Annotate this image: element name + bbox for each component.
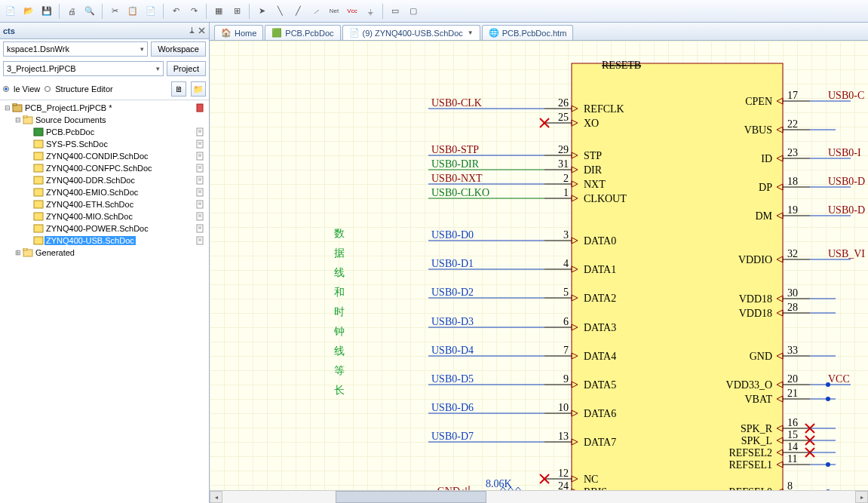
svg-text:13: 13	[558, 431, 569, 442]
document-tab[interactable]: 📄(9) ZYNQ400-USB.SchDoc▼	[342, 25, 480, 40]
radio-file-view-label: le View	[14, 84, 40, 94]
tree-node-label: PCB_Project1.PrjPCB *	[23, 103, 114, 112]
svg-text:USB0-D0: USB0-D0	[431, 229, 474, 241]
toolbar-btn[interactable]: ╲	[272, 4, 287, 19]
svg-text:USB0-CLKO: USB0-CLKO	[431, 187, 489, 198]
toolbar-btn[interactable]: 📋	[125, 4, 140, 19]
tab-label: Home	[235, 29, 256, 38]
toolbar-btn[interactable]: ➤	[254, 4, 269, 19]
tree-twisty[interactable]: ⊟	[3, 104, 11, 112]
toolbar-btn[interactable]: ▭	[388, 4, 403, 19]
svg-text:DATA4: DATA4	[584, 351, 616, 362]
close-icon[interactable]	[198, 26, 206, 35]
svg-text:DATA0: DATA0	[584, 235, 616, 247]
toolbar-btn[interactable]: Net	[327, 4, 342, 19]
svg-text:DP: DP	[759, 182, 772, 193]
home-icon: 🏠	[221, 28, 232, 38]
svg-text:VDD18: VDD18	[739, 308, 772, 319]
toolbar-btn[interactable]: 📄	[143, 4, 158, 19]
radio-file-view[interactable]	[3, 86, 9, 92]
sch-icon	[32, 211, 44, 222]
svg-text:23: 23	[787, 147, 798, 158]
fold-icon	[22, 247, 34, 258]
toolbar-btn[interactable]: 💾	[39, 4, 54, 19]
proj-icon	[11, 103, 23, 113]
tree-node[interactable]: ZYNQ400-MIO.SchDoc	[0, 210, 209, 222]
sch-icon	[32, 163, 44, 173]
tree-node[interactable]: SYS-PS.SchDoc	[0, 138, 209, 150]
svg-text:33: 33	[787, 345, 798, 356]
document-tabbar: 🏠Home🟩PCB.PcbDoc📄(9) ZYNQ400-USB.SchDoc▼…	[210, 23, 868, 41]
toolbar-btn[interactable]: ↶	[168, 4, 183, 19]
toolbar-btn[interactable]: 📂	[21, 4, 36, 19]
project-button[interactable]: Project	[167, 61, 206, 76]
tree-twisty[interactable]: ⊟	[14, 116, 22, 124]
panel-icon[interactable]: 📁	[191, 81, 206, 97]
svg-text:7: 7	[563, 345, 569, 356]
doc-status-icon	[195, 127, 204, 136]
toolbar-btn[interactable]: ▢	[406, 4, 421, 19]
toolbar-btn[interactable]: 🔍	[82, 4, 97, 19]
radio-structure-editor[interactable]	[44, 86, 51, 92]
toolbar-btn[interactable]: ⊞	[229, 4, 244, 19]
toolbar-btn[interactable]: ▦	[211, 4, 226, 19]
toolbar-btn[interactable]: 📄	[3, 4, 18, 19]
svg-text:和: 和	[334, 287, 345, 298]
sch-icon	[32, 139, 44, 149]
pin-icon[interactable]	[188, 26, 196, 35]
tree-node[interactable]: ZYNQ400-EMIO.SchDoc	[0, 186, 209, 198]
tree-node[interactable]: ZYNQ400-DDR.SchDoc	[0, 174, 209, 186]
toolbar-btn[interactable]: ╱	[290, 4, 305, 19]
toolbar-btn[interactable]: ↷	[186, 4, 201, 19]
svg-text:11: 11	[787, 453, 797, 465]
main-toolbar: 📄 📂 💾 🖨 🔍 ✂ 📋 📄 ↶ ↷ ▦ ⊞ ➤ ╲ ╱ ⟋ Net Vcc …	[0, 0, 868, 23]
svg-text:USB0-D5: USB0-D5	[431, 373, 474, 385]
svg-text:等: 等	[334, 365, 345, 376]
svg-text:20: 20	[787, 373, 798, 385]
sch-icon	[32, 199, 44, 210]
svg-text:NXT: NXT	[584, 179, 606, 190]
panel-icon[interactable]: 🗎	[171, 81, 186, 97]
svg-text:5: 5	[563, 287, 569, 298]
tree-node[interactable]: ⊟Source Documents	[0, 114, 209, 126]
workspace-button[interactable]: Workspace	[151, 41, 206, 57]
toolbar-btn[interactable]: 🖨	[64, 4, 79, 19]
tree-node-label: ZYNQ400-ETH.SchDoc	[44, 200, 135, 209]
svg-text:USB0-D7: USB0-D7	[431, 431, 474, 442]
svg-text:USB0-D1: USB0-D1	[431, 258, 474, 269]
project-select[interactable]: 3_Project1.PrjPCB	[3, 61, 164, 76]
svg-text:USB0-NXT: USB0-NXT	[431, 173, 483, 184]
toolbar-btn[interactable]: ✂	[107, 4, 122, 19]
toolbar-btn[interactable]: Vcc	[345, 4, 360, 19]
schematic-canvas[interactable]: RESETBUSB332026REFCLK25XO29STP31DIR2NXT1…	[210, 41, 868, 490]
svg-text:21: 21	[787, 388, 798, 399]
tree-node[interactable]: ⊞Generated	[0, 247, 209, 259]
svg-text:数: 数	[334, 228, 345, 239]
chevron-down-icon[interactable]: ▼	[468, 29, 474, 36]
toolbar-btn[interactable]: ⏚	[363, 4, 378, 19]
svg-text:30: 30	[787, 287, 798, 299]
svg-text:SPK_L: SPK_L	[741, 435, 772, 446]
svg-text:CPEN: CPEN	[745, 96, 772, 107]
workspace-select[interactable]: kspace1.DsnWrk	[3, 41, 148, 57]
document-tab[interactable]: 🟩PCB.PcbDoc	[265, 25, 340, 40]
toolbar-btn[interactable]: ⟋	[308, 4, 324, 19]
document-tab[interactable]: 🌐PCB.PcbDoc.htm	[482, 25, 574, 40]
tree-node[interactable]: ZYNQ400-POWER.SchDoc	[0, 222, 209, 235]
tree-node[interactable]: PCB.PcbDoc	[0, 126, 209, 138]
svg-text:RESETB: RESETB	[602, 60, 641, 71]
tree-node[interactable]: ZYNQ400-USB.SchDoc	[0, 235, 209, 247]
svg-text:GND: GND	[750, 351, 772, 362]
tree-node[interactable]: ZYNQ400-CONFPC.SchDoc	[0, 162, 209, 174]
horizontal-scrollbar[interactable]: ◂ ▸	[210, 490, 868, 503]
document-tab[interactable]: 🏠Home	[214, 25, 263, 40]
svg-text:10: 10	[558, 402, 569, 413]
tree-twisty[interactable]: ⊞	[14, 249, 22, 256]
svg-point-204	[826, 382, 830, 387]
tree-node[interactable]: ZYNQ400-CONDIP.SchDoc	[0, 150, 209, 162]
tree-node[interactable]: ZYNQ400-ETH.SchDoc	[0, 198, 209, 210]
svg-text:NC: NC	[584, 474, 598, 485]
tree-node[interactable]: ⊟PCB_Project1.PrjPCB *	[0, 102, 209, 114]
svg-text:VDD18: VDD18	[739, 293, 772, 305]
svg-text:3: 3	[563, 229, 569, 241]
